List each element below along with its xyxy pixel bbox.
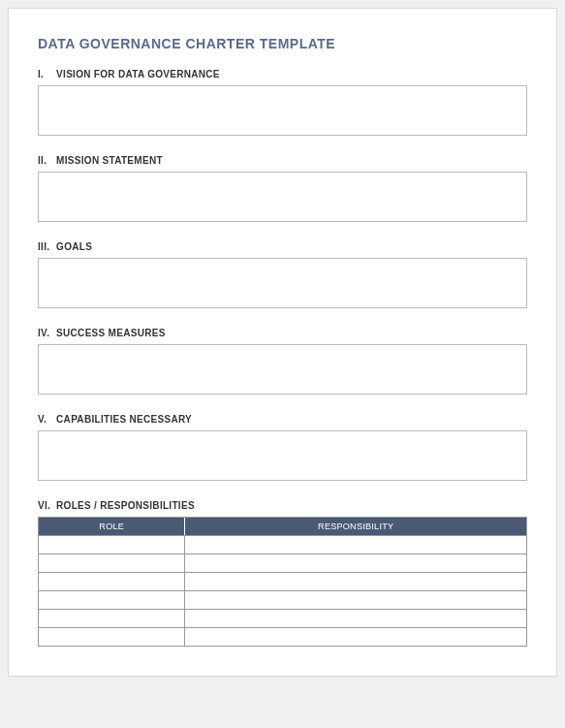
vision-input[interactable]	[38, 85, 527, 136]
section-numeral: III.	[38, 241, 53, 252]
goals-input[interactable]	[38, 258, 527, 308]
section-heading-vision: I. VISION FOR DATA GOVERNANCE	[38, 69, 527, 79]
section-label: MISSION STATEMENT	[56, 155, 163, 166]
section-label: VISION FOR DATA GOVERNANCE	[56, 69, 220, 79]
responsibility-cell-input[interactable]	[189, 611, 522, 628]
section-label: CAPABILITIES NECESSARY	[56, 414, 192, 425]
table-row	[39, 610, 526, 628]
section-label: SUCCESS MEASURES	[56, 328, 166, 338]
section-numeral: IV.	[38, 328, 53, 338]
role-cell-input[interactable]	[43, 611, 180, 628]
responsibility-cell-input[interactable]	[189, 592, 522, 610]
section-heading-success-measures: IV. SUCCESS MEASURES	[38, 328, 527, 338]
section-heading-capabilities: V. CAPABILITIES NECESSARY	[38, 414, 527, 425]
section-numeral: VI.	[38, 500, 53, 511]
responsibility-cell-input[interactable]	[189, 537, 522, 554]
table-row	[39, 628, 526, 647]
responsibility-cell-input[interactable]	[189, 629, 522, 647]
responsibility-cell-input[interactable]	[189, 555, 522, 573]
table-row	[39, 573, 526, 591]
section-numeral: I.	[38, 69, 53, 79]
document-page: DATA GOVERNANCE CHARTER TEMPLATE I. VISI…	[8, 8, 557, 677]
responsibility-cell-input[interactable]	[189, 574, 522, 591]
document-title: DATA GOVERNANCE CHARTER TEMPLATE	[38, 36, 527, 51]
mission-input[interactable]	[38, 172, 527, 222]
section-heading-roles: VI. ROLES / RESPONSIBILITIES	[38, 500, 527, 511]
role-cell-input[interactable]	[43, 574, 180, 591]
table-row	[39, 591, 526, 610]
table-row	[39, 554, 526, 573]
capabilities-input[interactable]	[38, 430, 527, 481]
role-cell-input[interactable]	[43, 592, 180, 610]
role-cell-input[interactable]	[43, 555, 180, 573]
role-cell-input[interactable]	[43, 537, 180, 554]
section-label: ROLES / RESPONSIBILITIES	[56, 500, 195, 511]
column-header-role: ROLE	[39, 518, 185, 536]
roles-table-wrap: ROLE RESPONSIBILITY	[38, 517, 527, 647]
section-numeral: V.	[38, 414, 53, 425]
section-heading-goals: III. GOALS	[38, 241, 527, 252]
column-header-responsibility: RESPONSIBILITY	[185, 518, 526, 536]
table-row	[39, 536, 526, 554]
section-numeral: II.	[38, 155, 53, 166]
roles-table: ROLE RESPONSIBILITY	[39, 518, 526, 647]
success-measures-input[interactable]	[38, 344, 527, 395]
role-cell-input[interactable]	[43, 629, 180, 647]
section-heading-mission: II. MISSION STATEMENT	[38, 155, 527, 166]
section-label: GOALS	[56, 241, 92, 252]
